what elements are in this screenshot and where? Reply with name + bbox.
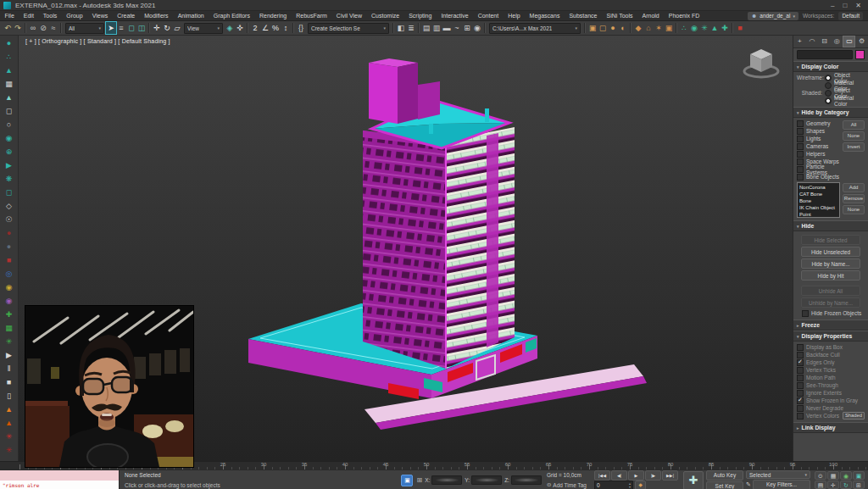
select-and-scale-icon[interactable]: ▱ (172, 22, 182, 34)
hide-frozen-row[interactable]: Hide Frozen Objects (802, 309, 865, 317)
rooftop-core[interactable] (369, 58, 440, 124)
pan-button[interactable]: ✛ (827, 481, 839, 489)
named-selection-sets-icon[interactable]: {} (296, 22, 306, 34)
menu-item[interactable]: Rendering (254, 13, 291, 19)
checkbox[interactable] (797, 413, 804, 420)
zoom-region-button[interactable]: ▣ (853, 471, 865, 480)
bone-object-list[interactable]: NonCoronaCAT BoneBoneIK Chain ObjectPoin… (797, 182, 840, 218)
display-property-row[interactable]: Show Frozen in Gray (797, 397, 865, 404)
menu-item[interactable]: Interactive (437, 13, 473, 19)
menu-item[interactable]: Customize (367, 13, 404, 19)
hide-action-button[interactable]: Unhide All (801, 286, 860, 296)
list-item[interactable]: NonCorona (799, 184, 837, 191)
diamond-icon[interactable]: ◇ (0, 199, 18, 213)
category-row[interactable]: Shapes (797, 127, 840, 135)
zoom-all-button[interactable]: ▦ (827, 471, 839, 480)
display-property-row[interactable]: See-Through (797, 381, 865, 389)
undo-icon[interactable]: ↶ (3, 22, 13, 34)
display-property-row[interactable]: Backface Cull (797, 351, 865, 358)
green-burst-icon[interactable]: ✳ (0, 335, 18, 348)
key-pencil-icon[interactable]: ✎ (746, 481, 751, 488)
hide-action-button[interactable]: Hide by Name... (801, 258, 860, 269)
rollout-display-properties[interactable]: ▾ Display Properties (793, 331, 868, 342)
asset-library-icon[interactable]: ✶ (654, 22, 664, 34)
redo-icon[interactable]: ↷ (13, 22, 23, 34)
list-item[interactable]: Point (799, 211, 837, 218)
angle-snap-icon[interactable]: ∠ (260, 22, 270, 34)
rollout-hide[interactable]: ▾ Hide (793, 220, 868, 231)
minimize-button[interactable]: – (831, 2, 834, 9)
percent-snap-icon[interactable]: % (270, 22, 281, 34)
menu-item[interactable]: SiNi Tools (602, 13, 637, 19)
checkbox[interactable] (797, 390, 804, 397)
select-object-icon[interactable]: ➤ (106, 22, 116, 34)
orbit-button[interactable]: ↻ (840, 481, 852, 489)
rollout-hide-by-category[interactable]: ▾ Hide by Category (793, 107, 868, 118)
shaded-button[interactable]: Shaded (843, 412, 865, 420)
unlink-selection-icon[interactable]: ⊘ (38, 22, 48, 34)
select-and-rotate-icon[interactable]: ↻ (162, 22, 172, 34)
coordinate-input[interactable] (431, 475, 462, 485)
category-action-button[interactable]: Invert (843, 142, 865, 152)
hide-action-button[interactable]: Hide Unselected (801, 247, 860, 257)
menu-item[interactable]: Tools (38, 13, 61, 19)
key-filters-button[interactable]: Key Filters... (753, 480, 810, 489)
render-setup-icon[interactable]: ▣ (587, 22, 598, 34)
sini-scatter-icon[interactable]: ∴ (679, 22, 689, 34)
tower[interactable] (363, 127, 515, 369)
sini-ignite-icon[interactable]: ✳ (699, 22, 709, 34)
flower-icon[interactable]: ❋ (0, 172, 18, 186)
display-property-row[interactable]: Vertex Ticks (797, 366, 865, 374)
project-folder-dropdown[interactable]: C:\Users\A...x Max 2021▾ (489, 23, 581, 34)
select-and-move-icon[interactable]: ✛ (152, 22, 162, 34)
list-action-button[interactable]: Remove (843, 194, 865, 203)
listener-pane[interactable]: "rimson alre (0, 481, 119, 489)
render-production-icon[interactable]: ● (608, 22, 618, 34)
checkbox[interactable] (797, 359, 804, 366)
category-action-button[interactable]: None (843, 131, 865, 141)
checkbox[interactable] (797, 352, 804, 358)
checkbox[interactable] (797, 382, 804, 389)
snaps-toggle-icon[interactable]: 2 (250, 22, 260, 34)
next-frame-button[interactable]: |▶ (645, 470, 661, 481)
sini-dot-icon[interactable]: ● (0, 36, 18, 50)
category-row[interactable]: Lights (797, 135, 840, 142)
coordinate-input[interactable] (511, 475, 542, 485)
yellow-ball-icon[interactable]: ◉ (0, 281, 18, 294)
auto-key-button[interactable]: Auto Key (706, 470, 743, 481)
menu-item[interactable]: Group (62, 13, 87, 19)
list-item[interactable]: Bone (799, 197, 837, 204)
red-square-icon[interactable]: ■ (0, 253, 18, 267)
splat-icon[interactable]: ✳ (0, 430, 18, 443)
menu-item[interactable]: Graph Editors (209, 13, 254, 19)
rollout-display-color[interactable]: ▾ Display Color (793, 61, 868, 72)
category-row[interactable]: Bone Objects (797, 173, 840, 181)
blue-ring-icon[interactable]: ◎ (0, 267, 18, 281)
sphere-box-icon[interactable]: ◉ (0, 131, 18, 145)
bulb-icon[interactable]: ☉ (0, 213, 18, 226)
checkbox[interactable] (797, 174, 804, 181)
radio-button[interactable] (825, 82, 832, 89)
checkbox[interactable] (797, 151, 804, 158)
material-editor-icon[interactable]: ◉ (472, 22, 482, 34)
spinner-snap-icon[interactable]: ↕ (281, 22, 291, 34)
proxy-icon[interactable]: ▦ (0, 77, 18, 91)
list-item[interactable]: CAT Bone (799, 191, 837, 197)
utilities-tab[interactable]: ⚙ (856, 36, 867, 47)
display-property-row[interactable]: Vertex Colors Shaded (797, 412, 865, 420)
checkbox[interactable] (797, 120, 804, 127)
object-name-field[interactable] (797, 50, 853, 59)
forest-icon[interactable]: ▲ (0, 64, 18, 77)
object-color-swatch[interactable] (855, 50, 865, 59)
frame-number-field[interactable]: 0 ▴▾ (594, 481, 633, 489)
category-row[interactable]: Helpers (797, 150, 840, 158)
list-item[interactable]: IK Chain Object (799, 204, 837, 211)
checkbox[interactable] (797, 143, 804, 150)
workspace-dropdown[interactable]: Default (838, 12, 863, 20)
green-grid-icon[interactable]: ▦ (0, 321, 18, 335)
play-icon[interactable]: ▶ (0, 348, 18, 362)
zoom-button[interactable]: ⊙ (815, 471, 826, 480)
rollout-link-display[interactable]: ▸ Link Display (793, 422, 868, 433)
green-cross-icon[interactable]: ✚ (0, 308, 18, 321)
rendered-frame-window-icon[interactable]: ▢ (598, 22, 608, 34)
